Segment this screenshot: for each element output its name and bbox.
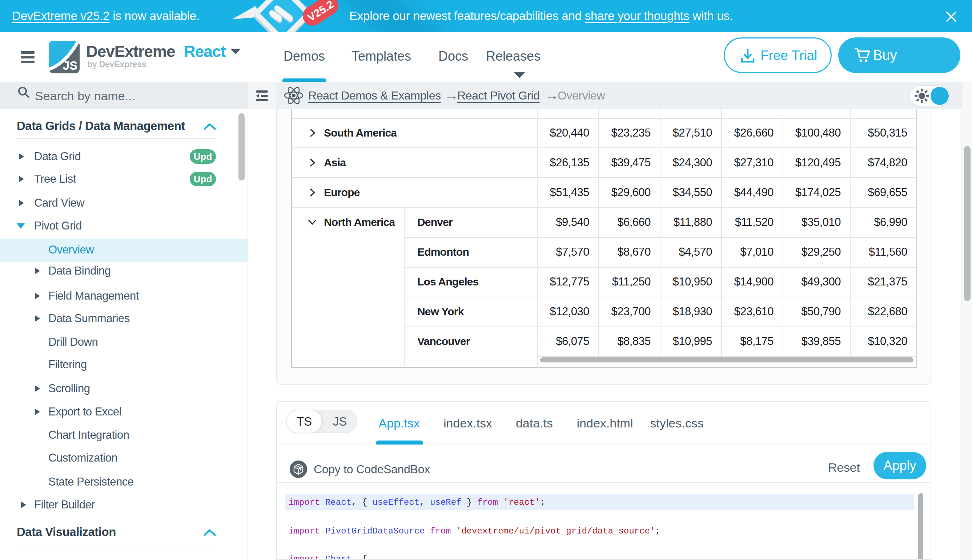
svg-text:JS: JS: [63, 59, 77, 72]
